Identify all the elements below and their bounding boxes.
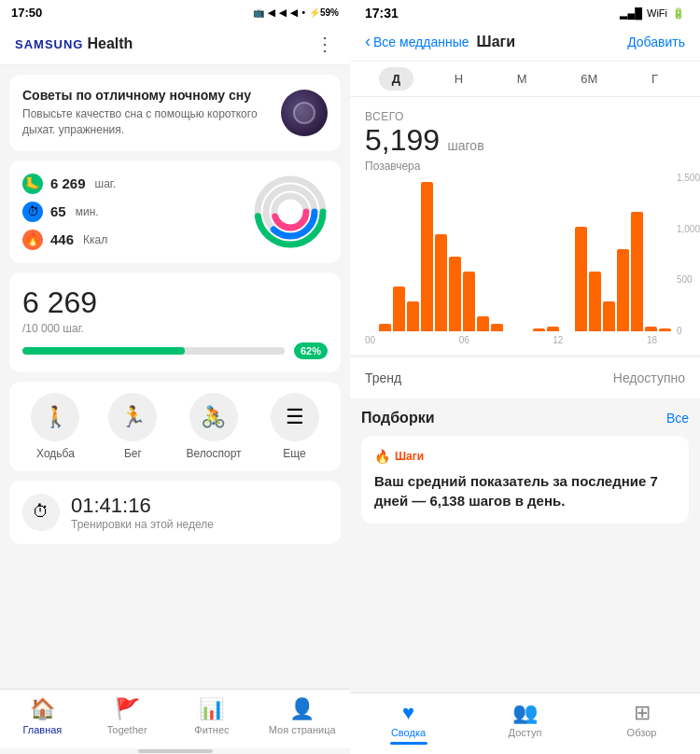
nav-together[interactable]: 🚩 Together xyxy=(99,697,155,735)
more-menu-button[interactable]: ⋮ xyxy=(315,33,335,55)
steps-stat: 🦶 6 269 шаг. xyxy=(22,174,116,194)
more-label: Еще xyxy=(283,447,305,460)
progress-bar xyxy=(22,347,285,355)
chart-area: 00 06 12 18 1,500 1,000 500 0 xyxy=(365,182,685,345)
progress-row: 62% xyxy=(22,342,328,359)
trend-value: Недоступно xyxy=(613,370,685,385)
time-unit: мин. xyxy=(76,205,99,218)
period-tabs: Д Н М 6М Г xyxy=(350,62,700,97)
home-indicator-right xyxy=(350,748,700,754)
collections-all-button[interactable]: Все xyxy=(666,411,689,426)
back-button[interactable]: ‹ Все медданные xyxy=(365,32,469,51)
steps-value: 6 269 xyxy=(50,175,86,191)
bar-chart xyxy=(365,182,685,331)
left-panel: 17:50 📺 ◀ ◀ ◀ • ⚡59% SAMSUNG Health ⋮ Со… xyxy=(0,0,350,754)
together-icon: 🚩 xyxy=(115,697,140,721)
nav-profile[interactable]: 👤 Моя страница xyxy=(269,697,336,735)
trend-row: Тренд Недоступно xyxy=(350,356,700,398)
app-logo: SAMSUNG Health xyxy=(15,35,133,52)
trend-label: Тренд xyxy=(365,370,401,385)
timer-value: 01:41:16 xyxy=(71,494,214,518)
tag-label: Шаги xyxy=(395,450,424,463)
tab-month[interactable]: М xyxy=(504,67,540,91)
tab-day[interactable]: Д xyxy=(379,67,413,91)
header-left: SAMSUNG Health ⋮ xyxy=(0,23,350,65)
summary-label: ВСЕГО xyxy=(365,110,685,123)
nav-fitness[interactable]: 📊 Фитнес xyxy=(184,697,240,735)
bnav-overview-label: Обзор xyxy=(627,727,657,738)
cal-icon: 🔥 xyxy=(22,230,43,250)
cal-unit: Ккал xyxy=(83,233,107,246)
x-axis-labels: 00 06 12 18 xyxy=(365,331,657,345)
stats-card: 🦶 6 269 шаг. ⏱ 65 мин. 🔥 446 Ккал xyxy=(9,161,341,263)
timer-label: Тренировки на этой неделе xyxy=(71,518,214,531)
time-stat: ⏱ 65 мин. xyxy=(22,202,116,222)
page-title: Шаги xyxy=(477,34,515,50)
summary-unit: шагов xyxy=(448,138,484,153)
walk-icon: 🚶 xyxy=(31,393,79,441)
collections-section: Подборки Все 🔥 Шаги Ваш средний показате… xyxy=(350,398,700,692)
cal-value: 446 xyxy=(50,231,74,247)
progress-fill xyxy=(22,347,185,355)
status-bar-right: 17:31 ▂▄█ WiFi 🔋 xyxy=(350,0,700,24)
bnav-overview[interactable]: ⊞ Обзор xyxy=(609,701,675,745)
activity-run[interactable]: 🏃 Бег xyxy=(108,393,157,460)
timer-card: ⏱ 01:41:16 Тренировки на этой неделе xyxy=(9,481,341,544)
run-label: Бег xyxy=(124,447,142,460)
activity-card: 🚶 Ходьба 🏃 Бег 🚴 Велоспорт ☰ Еще xyxy=(9,382,341,471)
timer-icon: ⏱ xyxy=(22,494,60,531)
collection-card: 🔥 Шаги Ваш средний показатель за последн… xyxy=(361,436,689,524)
sleep-text: Советы по отличному ночному сну Повысьте… xyxy=(22,88,281,138)
steps-icon: 🦶 xyxy=(22,174,43,194)
left-content: Советы по отличному ночному сну Повысьте… xyxy=(0,65,350,689)
activity-ring xyxy=(253,175,328,249)
sleep-title: Советы по отличному ночному сну xyxy=(22,88,281,103)
walk-label: Ходьба xyxy=(36,447,75,460)
profile-icon: 👤 xyxy=(289,697,315,721)
summary-icon: ♥ xyxy=(402,701,414,725)
collections-header: Подборки Все xyxy=(361,410,689,426)
summary-date: Позавчера xyxy=(365,160,685,173)
nav-together-label: Together xyxy=(107,724,147,735)
steps-goal-label: /10 000 шаг. xyxy=(22,322,328,335)
bnav-access-label: Доступ xyxy=(509,727,542,738)
steps-goal-card: 6 269 /10 000 шаг. 62% xyxy=(9,272,341,372)
samsung-brand: SAMSUNG xyxy=(15,37,83,51)
run-icon: 🏃 xyxy=(108,393,157,441)
time-value: 65 xyxy=(50,203,66,219)
cal-stat: 🔥 446 Ккал xyxy=(22,230,116,250)
tab-6month[interactable]: 6М xyxy=(567,67,610,91)
tab-year[interactable]: Г xyxy=(638,67,671,91)
tab-week[interactable]: Н xyxy=(441,67,476,91)
steps-summary: ВСЕГО 5,199 шагов Позавчера xyxy=(350,97,700,173)
more-icon: ☰ xyxy=(271,393,319,441)
tag-icon: 🔥 xyxy=(374,449,390,464)
overview-icon: ⊞ xyxy=(634,701,651,725)
nav-home-label: Главная xyxy=(22,724,62,735)
activity-walk[interactable]: 🚶 Ходьба xyxy=(31,393,79,460)
bottom-nav-left: 🏠 Главная 🚩 Together 📊 Фитнес 👤 Моя стра… xyxy=(0,689,350,748)
chart-container: 00 06 12 18 1,500 1,000 500 0 xyxy=(350,173,700,355)
fitness-icon: 📊 xyxy=(199,697,224,721)
status-icons-left: 📺 ◀ ◀ ◀ • ⚡59% xyxy=(253,7,339,18)
activity-more[interactable]: ☰ Еще xyxy=(271,393,319,460)
bike-icon: 🚴 xyxy=(189,393,238,441)
collection-tag: 🔥 Шаги xyxy=(374,449,676,464)
stats-list: 🦶 6 269 шаг. ⏱ 65 мин. 🔥 446 Ккал xyxy=(22,174,116,250)
sleep-image xyxy=(281,90,328,136)
collection-text: Ваш средний показатель за последние 7 дн… xyxy=(374,471,676,510)
sleep-desc: Повысьте качество сна с помощью коротког… xyxy=(22,106,281,138)
steps-big-value: 6 269 xyxy=(22,286,328,320)
collections-title: Подборки xyxy=(361,410,435,426)
activity-bike[interactable]: 🚴 Велоспорт xyxy=(186,393,241,460)
time-left: 17:50 xyxy=(11,6,42,20)
bnav-summary[interactable]: ♥ Сводка xyxy=(376,701,441,745)
bottom-nav-right: ♥ Сводка 👥 Доступ ⊞ Обзор xyxy=(350,692,700,748)
status-icons-right: ▂▄█ WiFi 🔋 xyxy=(620,7,685,20)
pct-badge: 62% xyxy=(294,342,328,359)
nav-home[interactable]: 🏠 Главная xyxy=(14,697,70,735)
time-right: 17:31 xyxy=(365,6,399,21)
sleep-tip-card: Советы по отличному ночному сну Повысьте… xyxy=(9,75,341,151)
bnav-access[interactable]: 👥 Доступ xyxy=(493,701,558,745)
add-button[interactable]: Добавить xyxy=(627,35,685,49)
